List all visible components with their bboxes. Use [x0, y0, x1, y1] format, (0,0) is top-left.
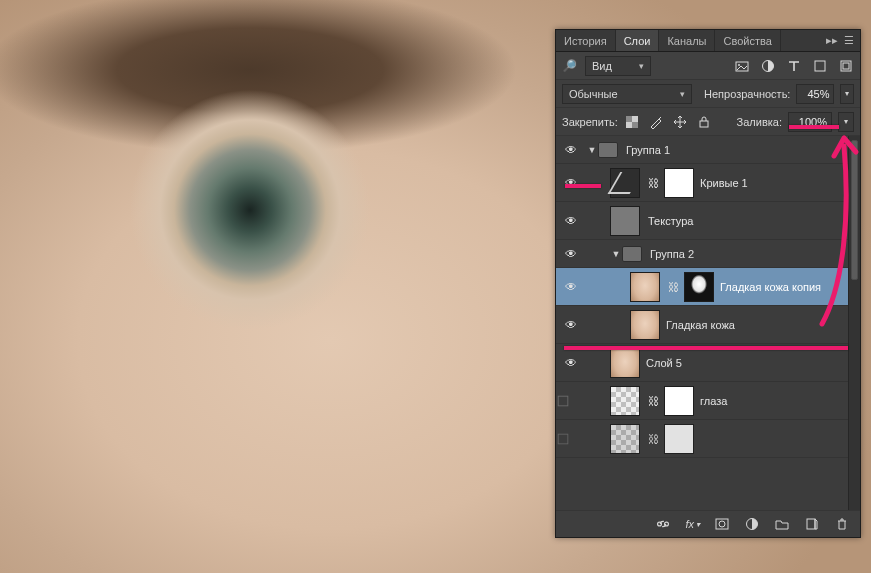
- visibility-toggle[interactable]: 👁: [556, 176, 586, 190]
- svg-rect-9: [700, 121, 708, 127]
- fill-value: 100%: [799, 116, 827, 128]
- layer-row-extra[interactable]: ⛓: [556, 420, 860, 458]
- mask-thumb[interactable]: [684, 272, 714, 302]
- layer-name[interactable]: Кривые 1: [700, 177, 846, 189]
- layer-thumb[interactable]: [610, 424, 640, 454]
- panel-menu-icon[interactable]: ☰: [844, 35, 854, 46]
- disclose-icon[interactable]: ▼: [586, 145, 598, 155]
- svg-point-1: [738, 64, 740, 66]
- svg-rect-7: [626, 116, 632, 122]
- link-mask-icon[interactable]: ⛓: [666, 281, 680, 293]
- filter-smart-icon[interactable]: [838, 58, 854, 74]
- layer-name[interactable]: Текстура: [648, 215, 846, 227]
- link-mask-icon[interactable]: ⛓: [646, 177, 660, 189]
- visibility-toggle[interactable]: 👁: [556, 318, 586, 332]
- filter-icons: [734, 58, 854, 74]
- folder-icon: [622, 246, 642, 262]
- layer-name[interactable]: Группа 2: [650, 248, 846, 260]
- layer-name[interactable]: глаза: [700, 395, 846, 407]
- visibility-toggle[interactable]: 👁: [556, 247, 586, 261]
- lock-label: Закрепить:: [562, 116, 618, 128]
- fill-label[interactable]: Заливка:: [737, 116, 782, 128]
- collapse-panel-icon[interactable]: ▸▸: [826, 35, 838, 46]
- new-group-icon[interactable]: [774, 516, 790, 532]
- layer-thumb[interactable]: [630, 310, 660, 340]
- layer-thumb[interactable]: [610, 386, 640, 416]
- layer-row-group2[interactable]: 👁 ▼ Группа 2: [556, 240, 860, 268]
- layers-list: 👁 ▼ Группа 1 👁 ⛓ Кривые 1 👁 Текстура 👁 ▼…: [556, 136, 860, 511]
- tab-properties[interactable]: Свойства: [715, 30, 780, 51]
- lock-pixels-icon[interactable]: [648, 114, 664, 130]
- layer-row-group1[interactable]: 👁 ▼ Группа 1: [556, 136, 860, 164]
- mask-thumb[interactable]: [664, 386, 694, 416]
- layer-name[interactable]: Гладкая кожа копия: [720, 281, 846, 293]
- new-layer-icon[interactable]: [804, 516, 820, 532]
- svg-rect-8: [632, 122, 638, 128]
- visibility-toggle[interactable]: 👁: [556, 280, 586, 294]
- disclose-icon[interactable]: ▼: [610, 249, 622, 259]
- opacity-field[interactable]: 45%: [796, 84, 834, 104]
- layer-row-smooth[interactable]: 👁 Гладкая кожа: [556, 306, 860, 344]
- visibility-toggle[interactable]: 👁: [556, 143, 586, 157]
- layers-bottom-bar: fx▾: [556, 511, 860, 537]
- visibility-toggle[interactable]: 👁: [556, 356, 586, 370]
- layer-filter-row: 🔎 Вид ▾: [556, 52, 860, 80]
- filter-type-select[interactable]: Вид ▾: [585, 56, 651, 76]
- visibility-toggle[interactable]: [556, 432, 586, 446]
- filter-type-text-icon[interactable]: [786, 58, 802, 74]
- link-mask-icon[interactable]: ⛓: [646, 433, 660, 445]
- svg-rect-10: [558, 396, 568, 406]
- svg-rect-11: [558, 434, 568, 444]
- lock-icons: [624, 114, 712, 130]
- layer-name[interactable]: Группа 1: [626, 144, 846, 156]
- tab-history[interactable]: История: [556, 30, 616, 51]
- mask-thumb[interactable]: [664, 424, 694, 454]
- fx-label-text: fx: [685, 518, 694, 530]
- svg-point-13: [665, 522, 669, 526]
- filter-pixel-icon[interactable]: [734, 58, 750, 74]
- visibility-toggle[interactable]: 👁: [556, 214, 586, 228]
- layer-thumb[interactable]: [610, 206, 640, 236]
- delete-layer-icon[interactable]: [834, 516, 850, 532]
- layer-name[interactable]: Гладкая кожа: [666, 319, 846, 331]
- layer-row-eyes[interactable]: ⛓ глаза: [556, 382, 860, 420]
- blend-opacity-row: Обычные ▾ Непрозрачность: 45% ▾: [556, 80, 860, 108]
- layers-scrollbar[interactable]: [848, 136, 860, 510]
- lock-position-icon[interactable]: [672, 114, 688, 130]
- layer-name[interactable]: Слой 5: [646, 357, 846, 369]
- layer-fx-button[interactable]: fx▾: [685, 518, 700, 530]
- folder-icon: [598, 142, 618, 158]
- fill-dropdown-button[interactable]: ▾: [838, 112, 854, 132]
- filter-shape-icon[interactable]: [812, 58, 828, 74]
- opacity-value: 45%: [807, 88, 829, 100]
- tab-layers[interactable]: Слои: [616, 30, 660, 51]
- lock-transparent-icon[interactable]: [624, 114, 640, 130]
- link-mask-icon[interactable]: ⛓: [646, 395, 660, 407]
- layer-row-smooth-copy[interactable]: 👁 ⛓ Гладкая кожа копия: [556, 268, 860, 306]
- blend-mode-select[interactable]: Обычные ▾: [562, 84, 692, 104]
- adjustment-thumb-curves[interactable]: [610, 168, 640, 198]
- opacity-label[interactable]: Непрозрачность:: [704, 88, 790, 100]
- layer-thumb[interactable]: [630, 272, 660, 302]
- link-layers-icon[interactable]: [655, 516, 671, 532]
- lock-fill-row: Закрепить: Заливка: 100% ▾: [556, 108, 860, 136]
- magnify-icon: 🔎: [562, 59, 577, 73]
- fill-field[interactable]: 100%: [788, 112, 832, 132]
- svg-point-12: [658, 522, 662, 526]
- add-mask-icon[interactable]: [714, 516, 730, 532]
- scrollbar-thumb[interactable]: [851, 140, 858, 280]
- opacity-dropdown-button[interactable]: ▾: [840, 84, 854, 104]
- panel-tabs: История Слои Каналы Свойства ▸▸ ☰: [556, 30, 860, 52]
- mask-thumb[interactable]: [664, 168, 694, 198]
- chevron-down-icon: ▾: [639, 61, 644, 71]
- layer-row-layer5[interactable]: 👁 Слой 5: [556, 344, 860, 382]
- layer-thumb[interactable]: [610, 348, 640, 378]
- new-adjustment-icon[interactable]: [744, 516, 760, 532]
- layer-row-curves1[interactable]: 👁 ⛓ Кривые 1: [556, 164, 860, 202]
- visibility-toggle[interactable]: [556, 394, 586, 408]
- layer-row-texture[interactable]: 👁 Текстура: [556, 202, 860, 240]
- tab-channels[interactable]: Каналы: [659, 30, 715, 51]
- lock-all-icon[interactable]: [696, 114, 712, 130]
- filter-adjustment-icon[interactable]: [760, 58, 776, 74]
- layers-panel: История Слои Каналы Свойства ▸▸ ☰ 🔎 Вид …: [555, 29, 861, 538]
